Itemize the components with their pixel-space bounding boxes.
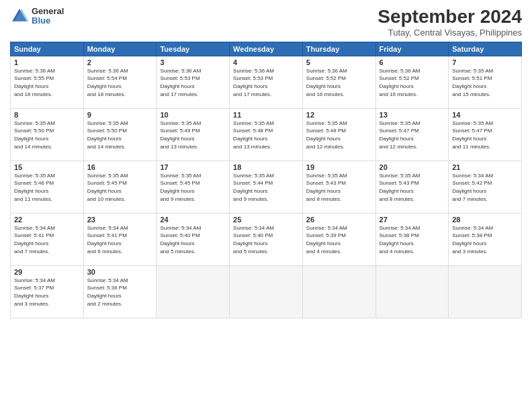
calendar-week-5: 29 Sunrise: 5:34 AM Sunset: 5:37 PM Dayl… xyxy=(11,265,522,318)
day-info: Sunrise: 5:35 AM Sunset: 5:45 PM Dayligh… xyxy=(160,172,226,203)
calendar-cell: 11 Sunrise: 5:35 AM Sunset: 5:48 PM Dayl… xyxy=(230,108,303,161)
day-number: 12 xyxy=(306,111,372,119)
day-number: 16 xyxy=(87,163,153,171)
calendar-cell: 17 Sunrise: 5:35 AM Sunset: 5:45 PM Dayl… xyxy=(157,161,230,213)
col-monday: Monday xyxy=(83,42,157,56)
day-info: Sunrise: 5:34 AM Sunset: 5:39 PM Dayligh… xyxy=(306,224,372,255)
calendar-cell: 15 Sunrise: 5:35 AM Sunset: 5:46 PM Dayl… xyxy=(11,161,84,213)
day-info: Sunrise: 5:36 AM Sunset: 5:52 PM Dayligh… xyxy=(306,67,372,98)
calendar-cell: 28 Sunrise: 5:34 AM Sunset: 5:38 PM Dayl… xyxy=(449,213,522,265)
day-number: 17 xyxy=(160,163,226,171)
day-number: 30 xyxy=(87,268,153,276)
day-number: 20 xyxy=(380,163,445,171)
col-friday: Friday xyxy=(375,42,449,56)
day-number: 15 xyxy=(14,163,80,171)
logo-general-text: General xyxy=(32,7,64,16)
day-info: Sunrise: 5:34 AM Sunset: 5:42 PM Dayligh… xyxy=(452,172,518,203)
calendar-cell: 21 Sunrise: 5:34 AM Sunset: 5:42 PM Dayl… xyxy=(449,161,522,213)
calendar-cell: 7 Sunrise: 5:35 AM Sunset: 5:51 PM Dayli… xyxy=(449,56,522,108)
calendar-cell: 18 Sunrise: 5:35 AM Sunset: 5:44 PM Dayl… xyxy=(230,161,303,213)
calendar-cell: 3 Sunrise: 5:36 AM Sunset: 5:53 PM Dayli… xyxy=(157,56,230,108)
day-number: 2 xyxy=(87,58,153,66)
day-info: Sunrise: 5:35 AM Sunset: 5:51 PM Dayligh… xyxy=(452,67,518,98)
col-wednesday: Wednesday xyxy=(230,42,303,56)
day-number: 3 xyxy=(160,58,226,66)
logo-icon xyxy=(10,7,29,26)
header: General Blue September 2024 Tutay, Centr… xyxy=(10,7,522,38)
day-number: 10 xyxy=(160,111,226,119)
subtitle: Tutay, Central Visayas, Philippines xyxy=(378,28,522,38)
calendar-cell xyxy=(157,265,230,318)
calendar-cell: 26 Sunrise: 5:34 AM Sunset: 5:39 PM Dayl… xyxy=(302,213,375,265)
day-info: Sunrise: 5:35 AM Sunset: 5:48 PM Dayligh… xyxy=(233,120,299,150)
day-info: Sunrise: 5:35 AM Sunset: 5:43 PM Dayligh… xyxy=(306,172,372,203)
day-number: 26 xyxy=(306,216,372,224)
calendar-cell: 10 Sunrise: 5:35 AM Sunset: 5:49 PM Dayl… xyxy=(157,108,230,161)
day-info: Sunrise: 5:34 AM Sunset: 5:38 PM Dayligh… xyxy=(380,224,445,255)
day-info: Sunrise: 5:34 AM Sunset: 5:38 PM Dayligh… xyxy=(452,224,518,255)
day-info: Sunrise: 5:35 AM Sunset: 5:50 PM Dayligh… xyxy=(87,120,153,150)
day-info: Sunrise: 5:35 AM Sunset: 5:44 PM Dayligh… xyxy=(233,172,299,203)
calendar-cell xyxy=(449,265,522,318)
day-number: 4 xyxy=(233,58,299,66)
day-number: 29 xyxy=(14,268,80,276)
day-info: Sunrise: 5:35 AM Sunset: 5:43 PM Dayligh… xyxy=(380,172,445,203)
day-number: 7 xyxy=(452,58,518,66)
day-number: 21 xyxy=(452,163,518,171)
calendar-week-4: 22 Sunrise: 5:34 AM Sunset: 5:41 PM Dayl… xyxy=(11,213,522,265)
day-number: 23 xyxy=(87,216,153,224)
day-info: Sunrise: 5:35 AM Sunset: 5:50 PM Dayligh… xyxy=(14,120,80,150)
day-info: Sunrise: 5:35 AM Sunset: 5:49 PM Dayligh… xyxy=(160,120,226,150)
calendar-cell: 20 Sunrise: 5:35 AM Sunset: 5:43 PM Dayl… xyxy=(375,161,449,213)
calendar-table: Sunday Monday Tuesday Wednesday Thursday… xyxy=(10,42,522,318)
day-number: 18 xyxy=(233,163,299,171)
day-info: Sunrise: 5:36 AM Sunset: 5:54 PM Dayligh… xyxy=(87,67,153,98)
calendar-cell: 16 Sunrise: 5:35 AM Sunset: 5:45 PM Dayl… xyxy=(83,161,157,213)
calendar-cell: 22 Sunrise: 5:34 AM Sunset: 5:41 PM Dayl… xyxy=(11,213,84,265)
calendar-cell: 8 Sunrise: 5:35 AM Sunset: 5:50 PM Dayli… xyxy=(11,108,84,161)
col-sunday: Sunday xyxy=(11,42,84,56)
day-number: 13 xyxy=(380,111,445,119)
day-number: 25 xyxy=(233,216,299,224)
day-number: 6 xyxy=(380,58,445,66)
day-number: 28 xyxy=(452,216,518,224)
day-number: 24 xyxy=(160,216,226,224)
day-info: Sunrise: 5:35 AM Sunset: 5:45 PM Dayligh… xyxy=(87,172,153,203)
day-info: Sunrise: 5:35 AM Sunset: 5:47 PM Dayligh… xyxy=(452,120,518,150)
page: General Blue September 2024 Tutay, Centr… xyxy=(0,0,532,411)
day-number: 19 xyxy=(306,163,372,171)
col-thursday: Thursday xyxy=(302,42,375,56)
calendar-cell xyxy=(302,265,375,318)
calendar-week-1: 1 Sunrise: 5:36 AM Sunset: 5:55 PM Dayli… xyxy=(11,56,522,108)
calendar-week-2: 8 Sunrise: 5:35 AM Sunset: 5:50 PM Dayli… xyxy=(11,108,522,161)
col-saturday: Saturday xyxy=(449,42,522,56)
logo: General Blue xyxy=(10,7,64,26)
header-row: Sunday Monday Tuesday Wednesday Thursday… xyxy=(11,42,522,56)
day-info: Sunrise: 5:34 AM Sunset: 5:41 PM Dayligh… xyxy=(14,224,80,255)
day-info: Sunrise: 5:34 AM Sunset: 5:40 PM Dayligh… xyxy=(160,224,226,255)
calendar-cell: 9 Sunrise: 5:35 AM Sunset: 5:50 PM Dayli… xyxy=(83,108,157,161)
main-title: September 2024 xyxy=(378,7,522,28)
calendar-cell: 23 Sunrise: 5:34 AM Sunset: 5:41 PM Dayl… xyxy=(83,213,157,265)
calendar-cell: 29 Sunrise: 5:34 AM Sunset: 5:37 PM Dayl… xyxy=(11,265,84,318)
calendar-cell: 5 Sunrise: 5:36 AM Sunset: 5:52 PM Dayli… xyxy=(302,56,375,108)
day-number: 9 xyxy=(87,111,153,119)
day-info: Sunrise: 5:36 AM Sunset: 5:53 PM Dayligh… xyxy=(160,67,226,98)
calendar-cell: 1 Sunrise: 5:36 AM Sunset: 5:55 PM Dayli… xyxy=(11,56,84,108)
day-info: Sunrise: 5:35 AM Sunset: 5:47 PM Dayligh… xyxy=(380,120,445,150)
calendar-cell: 24 Sunrise: 5:34 AM Sunset: 5:40 PM Dayl… xyxy=(157,213,230,265)
col-tuesday: Tuesday xyxy=(157,42,230,56)
calendar-cell: 14 Sunrise: 5:35 AM Sunset: 5:47 PM Dayl… xyxy=(449,108,522,161)
calendar-cell: 6 Sunrise: 5:36 AM Sunset: 5:52 PM Dayli… xyxy=(375,56,449,108)
day-info: Sunrise: 5:36 AM Sunset: 5:52 PM Dayligh… xyxy=(380,67,445,98)
day-info: Sunrise: 5:34 AM Sunset: 5:36 PM Dayligh… xyxy=(87,277,153,308)
day-info: Sunrise: 5:35 AM Sunset: 5:48 PM Dayligh… xyxy=(306,120,372,150)
logo-blue-text: Blue xyxy=(32,16,64,26)
day-number: 22 xyxy=(14,216,80,224)
calendar-cell: 4 Sunrise: 5:36 AM Sunset: 5:53 PM Dayli… xyxy=(230,56,303,108)
day-number: 1 xyxy=(14,58,80,66)
calendar-cell: 13 Sunrise: 5:35 AM Sunset: 5:47 PM Dayl… xyxy=(375,108,449,161)
day-number: 14 xyxy=(452,111,518,119)
day-info: Sunrise: 5:35 AM Sunset: 5:46 PM Dayligh… xyxy=(14,172,80,203)
day-number: 27 xyxy=(380,216,445,224)
